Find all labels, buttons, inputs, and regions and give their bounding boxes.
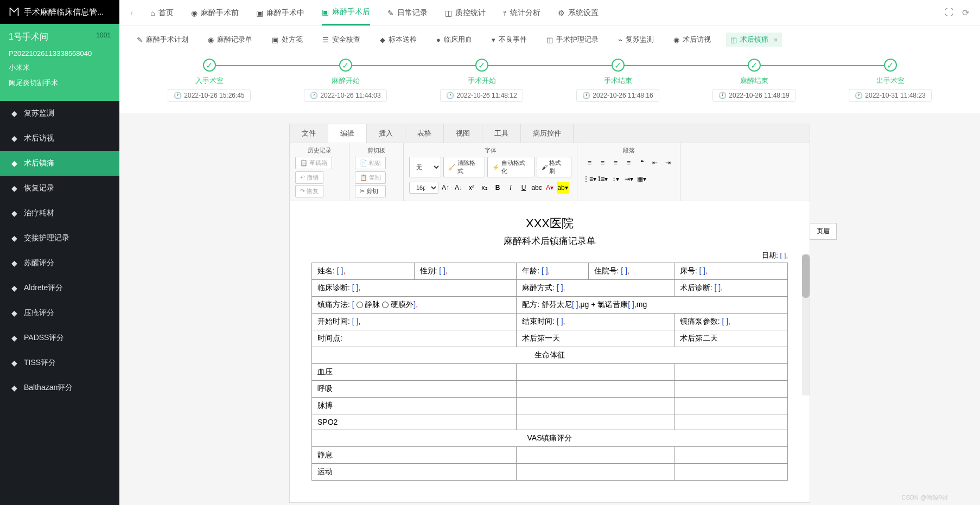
- paste-button[interactable]: 📄粘贴: [355, 157, 386, 169]
- indent-dec-button[interactable]: ⇤: [649, 157, 661, 169]
- editor-document[interactable]: 页眉 XXX医院 麻醉科术后镇痛记录单 日期: [ ], 姓名: [ ], 性别…: [290, 201, 810, 502]
- sidebar-item-monitor[interactable]: ◆复苏监测: [0, 101, 119, 126]
- sidebar-item-recover[interactable]: ◆恢复记录: [0, 176, 119, 201]
- highlight-button[interactable]: ab▾: [557, 182, 569, 194]
- font-style-select[interactable]: 无: [409, 157, 441, 177]
- scrollbar-thumb[interactable]: [802, 254, 810, 298]
- sidebar-item-label: TISS评分: [24, 358, 56, 368]
- indent-inc-button[interactable]: ⇥: [662, 157, 674, 169]
- topnav-right: ⛶⟳: [945, 8, 969, 18]
- topnav-麻醉手术前[interactable]: ◉麻醉手术前: [191, 0, 239, 25]
- subscript-button[interactable]: x₂: [479, 182, 491, 194]
- subtab-安全核查[interactable]: ☰安全核查: [318, 33, 365, 47]
- header-button[interactable]: 页眉: [810, 223, 837, 240]
- font-increase-button[interactable]: A↑: [440, 182, 451, 194]
- sidebar-item-aldrete[interactable]: ◆Aldrete评分: [0, 276, 119, 301]
- menubar-文件[interactable]: 文件: [290, 124, 328, 143]
- font-decrease-button[interactable]: A↓: [453, 182, 464, 194]
- subtab-label: 麻醉记录单: [217, 35, 252, 44]
- menubar-工具[interactable]: 工具: [482, 124, 521, 143]
- menubar-表格[interactable]: 表格: [405, 124, 444, 143]
- menubar-视图[interactable]: 视图: [444, 124, 482, 143]
- redo-button[interactable]: ↷ 恢复: [295, 185, 323, 197]
- topnav-日常记录[interactable]: ✎日常记录: [387, 0, 428, 25]
- subtab-icon: ✎: [137, 36, 143, 44]
- topnav-统计分析[interactable]: ⫯统计分析: [503, 0, 540, 25]
- cut-button[interactable]: ✂ 剪切: [355, 185, 386, 197]
- topnav-麻醉手术后[interactable]: ▣麻醉手术后: [322, 0, 370, 25]
- topnav-首页[interactable]: ⌂首页: [150, 0, 173, 25]
- align-center-button[interactable]: ≡: [597, 157, 609, 169]
- pain-icon: ◆: [10, 159, 18, 168]
- sidebar-item-pain[interactable]: ◆术后镇痛: [0, 151, 119, 176]
- align-right-button[interactable]: ≡: [610, 157, 622, 169]
- subtab-标本送检[interactable]: ◆标本送检: [376, 33, 421, 47]
- underline-button[interactable]: U: [518, 182, 530, 194]
- undo-button[interactable]: ↶ 撤销: [295, 171, 323, 184]
- subtab-术后镇痛[interactable]: ◫术后镇痛×: [726, 33, 782, 47]
- topnav-质控统计[interactable]: ◫质控统计: [445, 0, 486, 25]
- sidebar-item-tiss[interactable]: ◆TISS评分: [0, 350, 119, 375]
- sidebar-item-label: 治疗耗材: [24, 208, 54, 218]
- align-left-button[interactable]: ≡: [584, 157, 596, 169]
- refresh-icon[interactable]: ⟳: [962, 8, 969, 18]
- doc-title: 麻醉科术后镇痛记录单: [311, 235, 788, 247]
- scratch-button[interactable]: 📋 草稿箱: [295, 157, 332, 169]
- italic-button[interactable]: I: [505, 182, 517, 194]
- linespace-button[interactable]: ↕▾: [610, 173, 622, 185]
- bold-button[interactable]: B: [492, 182, 504, 194]
- font-size-select[interactable]: 16px: [409, 182, 438, 194]
- ribbon-paragraph: 段落 ≡ ≡ ≡ ≡ ❝ ⇤ ⇥: [577, 143, 680, 201]
- sidebar-item-wake[interactable]: ◆苏醒评分: [0, 251, 119, 276]
- menubar-病历控件[interactable]: 病历控件: [521, 124, 574, 143]
- copy-button[interactable]: 📋 复制: [355, 171, 386, 184]
- nav-icon: ▣: [256, 9, 263, 17]
- tab-button[interactable]: ⇥▾: [623, 173, 635, 185]
- auto-format-button[interactable]: ⚡ 自动格式化: [487, 157, 535, 177]
- number-list-button[interactable]: 1≡▾: [597, 173, 609, 185]
- format-painter-button[interactable]: 🖌 格式刷: [537, 157, 571, 177]
- topnav-系统设置[interactable]: ⚙系统设置: [558, 0, 599, 25]
- subtab-icon: ◫: [730, 36, 737, 44]
- surgery-name: 阑尾炎切割手术: [9, 78, 111, 88]
- sidebar-item-pressure[interactable]: ◆压疮评分: [0, 301, 119, 325]
- bullet-list-button[interactable]: ⋮≡▾: [584, 173, 596, 185]
- subtab-不良事件[interactable]: ▾不良事件: [487, 33, 531, 47]
- border-button[interactable]: ▦▾: [636, 173, 648, 185]
- ribbon-clipboard-label: 剪切板: [367, 146, 385, 155]
- font-color-button[interactable]: A▾: [544, 182, 556, 194]
- quote-button[interactable]: ❝: [636, 157, 648, 169]
- subtab-术后访视[interactable]: ◉术后访视: [669, 33, 715, 47]
- subtab-临床用血[interactable]: ●临床用血: [432, 33, 476, 47]
- fullscreen-icon[interactable]: ⛶: [945, 8, 953, 18]
- topnav-麻醉手术中[interactable]: ▣麻醉手术中: [256, 0, 304, 25]
- watermark: CSDN @淘源码d: [901, 494, 947, 502]
- subtab-麻醉手术计划[interactable]: ✎麻醉手术计划: [132, 33, 193, 47]
- subtab-label: 麻醉手术计划: [146, 35, 188, 44]
- align-justify-button[interactable]: ≡: [623, 157, 635, 169]
- sidebar-item-supply[interactable]: ◆治疗耗材: [0, 201, 119, 226]
- sidebar-item-handover[interactable]: ◆交接护理记录: [0, 226, 119, 251]
- step-0: ✓入手术室🕐2022-10-26 15:26:45: [141, 59, 277, 102]
- strike-button[interactable]: abc: [531, 182, 543, 194]
- sidebar-item-padss[interactable]: ◆PADSS评分: [0, 325, 119, 350]
- nav-chevron-icon[interactable]: ‹: [130, 8, 133, 18]
- sidebar-item-balth[interactable]: ◆Balthazan评分: [0, 375, 119, 400]
- subtab-手术护理记录[interactable]: ◫手术护理记录: [542, 33, 603, 47]
- clock-icon: 🕐: [718, 92, 727, 99]
- clear-format-button[interactable]: 🧹 清除格式: [443, 157, 485, 177]
- wake-icon: ◆: [10, 259, 18, 267]
- nav-label: 系统设置: [568, 8, 599, 18]
- subtab-麻醉记录单[interactable]: ◉麻醉记录单: [203, 33, 257, 47]
- subtab-复苏监测[interactable]: ⌁复苏监测: [614, 33, 658, 47]
- editor-scrollbar[interactable]: [802, 254, 810, 395]
- subtab-label: 术后镇痛: [740, 35, 768, 44]
- subtab-处方笺[interactable]: ▣处方笺: [268, 33, 307, 47]
- close-icon[interactable]: ×: [774, 36, 778, 44]
- sidebar-item-clock[interactable]: ◆术后访视: [0, 126, 119, 151]
- superscript-button[interactable]: x²: [466, 182, 478, 194]
- step-check-icon: ✓: [339, 59, 352, 72]
- subtab-icon: ☰: [322, 36, 329, 44]
- menubar-编辑[interactable]: 编辑: [328, 124, 367, 143]
- menubar-插入[interactable]: 插入: [367, 124, 405, 143]
